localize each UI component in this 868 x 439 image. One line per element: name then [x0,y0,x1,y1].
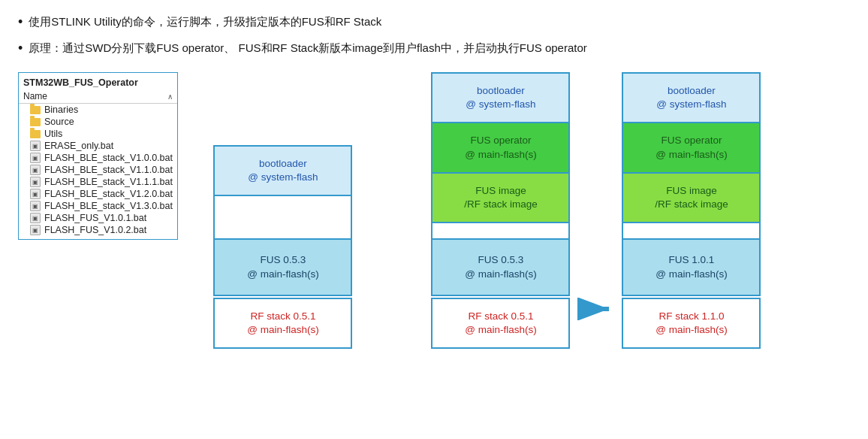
tree-item-label: Utils [44,129,62,139]
bullet-item-2: • 原理：通过SWD分别下载FUS operator、 FUS和RF Stack… [18,40,850,59]
bat-icon: ▣ [30,177,41,187]
bat-icon: ▣ [30,153,41,163]
tree-item-label: Binaries [44,104,78,115]
bat-icon: ▣ [30,225,41,235]
tree-item-label: FLASH_BLE_stack_V1.1.0.bat [44,165,173,175]
tree-items-container: BinariesSourceUtils▣ERASE_only.bat▣FLASH… [19,104,177,236]
bat-icon: ▣ [30,189,41,199]
tree-item[interactable]: ▣FLASH_BLE_stack_V1.1.1.bat [19,176,177,188]
flash-column-2: bootloader@ system-flash FUS operator@ m… [426,72,576,349]
bullet-dot-1: • [18,12,23,32]
folder-icon [30,130,41,138]
block-rf-2: RF stack 0.5.1@ main-flash(s) [431,298,570,349]
block-fus-2: FUS 0.5.3@ main-flash(s) [431,240,570,295]
block-empty-1 [213,196,352,240]
main-content: STM32WB_FUS_Operator Name ∧ BinariesSour… [18,72,850,349]
block-fus-3: FUS 1.0.1@ main-flash(s) [622,240,761,295]
arrow-container [576,298,616,349]
file-tree-title: STM32WB_FUS_Operator [19,76,177,89]
tree-item[interactable]: ▣FLASH_FUS_V1.0.2.bat [19,224,177,236]
block-fus-image-3: FUS image/RF stack image [622,174,761,223]
bat-icon: ▣ [30,141,41,151]
tree-item-label: FLASH_FUS_V1.0.1.bat [44,213,146,223]
block-fus-1: FUS 0.5.3@ main-flash(s) [213,240,352,295]
bullet-text-1: 使用STLINK Utility的命令，运行脚本，升级指定版本的FUS和RF S… [29,14,381,31]
folder-icon [30,118,41,126]
block-empty-small-3 [622,223,761,240]
bullet-item-1: • 使用STLINK Utility的命令，运行脚本，升级指定版本的FUS和RF… [18,14,850,32]
block-bootloader-3: bootloader@ system-flash [622,72,761,123]
bat-icon: ▣ [30,165,41,175]
block-fus-operator-2: FUS operator@ main-flash(s) [431,123,570,173]
block-rf-1: RF stack 0.5.1@ main-flash(s) [213,298,352,349]
flash-column-1: bootloader@ system-flash FUS 0.5.3@ main… [208,145,358,349]
tree-item-label: Source [44,117,74,127]
arrow-right-icon [577,298,615,320]
tree-item[interactable]: ▣FLASH_BLE_stack_V1.0.0.bat [19,152,177,164]
bullet-dot-2: • [18,38,23,59]
folder-icon [30,106,41,114]
file-tree-header-label: Name [23,91,47,101]
tree-item[interactable]: Binaries [19,104,177,116]
tree-item-label: FLASH_BLE_stack_V1.0.0.bat [44,153,173,163]
tree-item[interactable]: ▣FLASH_FUS_V1.0.1.bat [19,212,177,224]
block-bootloader-2: bootloader@ system-flash [431,72,570,123]
tree-item[interactable]: Utils [19,128,177,140]
block-rf-3: RF stack 1.1.0@ main-flash(s) [622,298,761,349]
tree-item-label: FLASH_BLE_stack_V1.1.1.bat [44,177,173,187]
file-tree: STM32WB_FUS_Operator Name ∧ BinariesSour… [18,72,178,240]
bat-icon: ▣ [30,201,41,211]
tree-item[interactable]: ▣FLASH_BLE_stack_V1.1.0.bat [19,164,177,176]
block-empty-small-2 [431,223,570,240]
bat-icon: ▣ [30,213,41,223]
tree-item-label: FLASH_FUS_V1.0.2.bat [44,225,146,235]
block-bootloader-1: bootloader@ system-flash [213,145,352,196]
bullet-section: • 使用STLINK Utility的命令，运行脚本，升级指定版本的FUS和RF… [18,14,850,59]
tree-item[interactable]: ▣ERASE_only.bat [19,140,177,152]
diagram-area: bootloader@ system-flash FUS 0.5.3@ main… [208,72,850,349]
tree-item-label: FLASH_BLE_stack_V1.2.0.bat [44,189,173,199]
block-fus-operator-3: FUS operator@ main-flash(s) [622,123,761,173]
flash-column-3: bootloader@ system-flash FUS operator@ m… [616,72,767,349]
tree-item[interactable]: ▣FLASH_BLE_stack_V1.3.0.bat [19,200,177,212]
file-tree-header: Name ∧ [19,89,177,104]
caret-icon: ∧ [167,92,173,101]
block-fus-image-2: FUS image/RF stack image [431,174,570,223]
tree-item-label: ERASE_only.bat [44,141,113,151]
bullet-text-2: 原理：通过SWD分别下载FUS operator、 FUS和RF Stack新版… [29,40,586,57]
tree-item[interactable]: ▣FLASH_BLE_stack_V1.2.0.bat [19,188,177,200]
tree-item[interactable]: Source [19,116,177,128]
tree-item-label: FLASH_BLE_stack_V1.3.0.bat [44,201,173,211]
